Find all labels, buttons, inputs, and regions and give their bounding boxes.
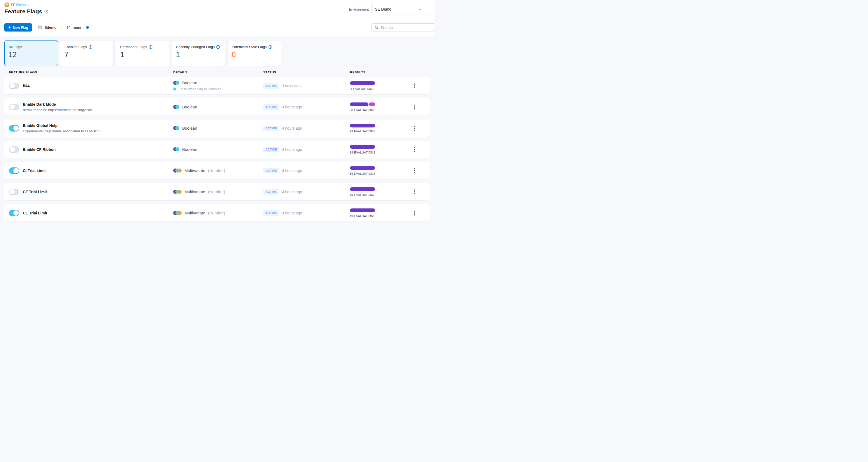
flag-name: Enable Global Help [23, 123, 173, 128]
search-icon [374, 26, 378, 30]
branch-status-dot [86, 26, 89, 29]
row-menu-button[interactable] [412, 145, 416, 154]
flag-toggle[interactable] [9, 210, 19, 216]
flag-type-icon [173, 147, 180, 152]
info-icon[interactable] [269, 45, 272, 49]
summary-card-permanent-flags[interactable]: Permanent Flags 1 [116, 40, 169, 66]
repository-name: ffdemo [45, 25, 57, 30]
table-row[interactable]: CF Trial Limit Multivariate (Number) ACT… [4, 183, 430, 200]
title-info-icon[interactable] [44, 9, 49, 13]
last-updated: 4 hours ago [282, 105, 302, 109]
evaluations-bar [350, 81, 375, 85]
evaluations-count: 19 EVALUATIONS [350, 172, 375, 175]
card-label: Permanent Flags [120, 45, 147, 49]
status-badge: ACTIVE [263, 104, 279, 110]
flag-name: CI Trial Limit [23, 168, 173, 173]
flag-type-note: (Number) [208, 190, 225, 194]
status-badge: ACTIVE [263, 168, 279, 173]
flag-type: Boolean [182, 126, 197, 130]
info-icon[interactable] [89, 45, 92, 49]
info-icon[interactable] [216, 45, 220, 49]
evaluations-count: 4 EVALUATIONS [350, 87, 374, 91]
card-value: 0 [232, 51, 277, 59]
flag-type-icon [173, 211, 182, 215]
flag-toggle[interactable] [9, 82, 19, 89]
last-updated: 4 hours ago [282, 211, 302, 215]
search-input[interactable] [381, 26, 427, 30]
summary-card-recently-changed-flags[interactable]: Recently Changed Flags 1 [172, 40, 225, 66]
git-branch-icon [66, 25, 70, 30]
breadcrumb-chevron: › [28, 3, 29, 7]
last-updated: 3 days ago [282, 84, 301, 88]
repository-selector[interactable]: ffdemo [37, 25, 57, 30]
flag-type: Multivariate [184, 168, 205, 173]
row-menu-button[interactable] [412, 209, 416, 217]
new-flag-button[interactable]: + New Flag [4, 23, 32, 32]
main-content: All Flags 12 Enabled Flags 7 Permanent F… [0, 36, 434, 222]
flag-toggle[interactable] [9, 125, 19, 132]
flag-list: ff44 Boolean False when flag is Disabled… [4, 77, 430, 222]
flag-type-icon [173, 81, 180, 85]
status-badge: ACTIVE [263, 83, 279, 89]
evaluations-count: 19 EVALUATIONS [350, 193, 375, 197]
column-header-status: STATUS [263, 71, 346, 74]
table-row[interactable]: CI Trial Limit Multivariate (Number) ACT… [4, 162, 430, 179]
page-title: Feature Flags [4, 8, 42, 15]
page-header: FF Demo › Feature Flags Environment SE D… [0, 0, 434, 19]
flag-type: Multivariate [184, 190, 205, 194]
flag-type-note: (Number) [208, 168, 225, 173]
table-row[interactable]: Enable Global Help Experimental help men… [4, 120, 430, 137]
info-icon[interactable] [149, 45, 153, 49]
toolbar: + New Flag ffdemo main [0, 19, 434, 36]
last-updated: 4 hours ago [282, 126, 302, 130]
environment-select[interactable]: SE Demo [371, 4, 434, 14]
summary-card-potentially-stale-flags[interactable]: Potentially Stale Flags 0 [227, 40, 281, 66]
evaluations-bar [350, 102, 375, 106]
flag-toggle[interactable] [9, 104, 19, 110]
last-updated: 4 hours ago [282, 190, 302, 194]
flag-type: Boolean [182, 105, 197, 109]
flag-toggle[interactable] [9, 167, 19, 174]
table-row[interactable]: ff44 Boolean False when flag is Disabled… [4, 77, 430, 94]
summary-card-all-flags[interactable]: All Flags 12 [4, 40, 58, 66]
table-row[interactable]: CE Trial Limit Multivariate (Number) ACT… [4, 204, 430, 222]
flag-name: ff44 [23, 84, 173, 88]
status-badge: ACTIVE [263, 210, 279, 216]
row-menu-button[interactable] [412, 167, 416, 175]
flag-subtext: False when flag is Disabled [178, 87, 221, 91]
flag-toggle[interactable] [9, 189, 19, 195]
table-row[interactable]: Enable CF Ribbon Boolean ACTIVE 4 hours … [4, 141, 430, 158]
evaluations-bar [350, 145, 375, 148]
repository-icon [37, 25, 42, 30]
row-menu-button[interactable] [412, 82, 416, 90]
flag-type-icon [173, 105, 180, 109]
evaluations-bar [350, 124, 375, 128]
table-header: FEATURE FLAGS DETAILS STATUS RESULTS [4, 69, 430, 77]
branch-selector[interactable]: main [66, 25, 89, 30]
breadcrumb[interactable]: FF Demo › [4, 2, 29, 7]
status-badge: ACTIVE [263, 126, 279, 131]
summary-card-enabled-flags[interactable]: Enabled Flags 7 [60, 40, 114, 66]
row-menu-button[interactable] [412, 124, 416, 132]
card-label: Potentially Stale Flags [232, 45, 267, 49]
flag-toggle[interactable] [9, 146, 19, 153]
evaluations-count: 19 EVALUATIONS [350, 130, 375, 133]
summary-cards: All Flags 12 Enabled Flags 7 Permanent F… [4, 40, 430, 66]
card-value: 7 [64, 51, 109, 59]
row-menu-button[interactable] [412, 188, 416, 196]
last-updated: 4 hours ago [282, 168, 302, 173]
plus-icon: + [8, 25, 11, 30]
flag-type: Boolean [182, 80, 197, 85]
status-badge: ACTIVE [263, 147, 279, 152]
flag-name: CE Trial Limit [23, 211, 173, 215]
flag-type: Boolean [182, 147, 197, 152]
flag-type-note: (Number) [208, 210, 225, 215]
column-header-details: DETAILS [173, 71, 263, 74]
evaluations-count: 19 EVALUATIONS [350, 214, 375, 218]
evaluations-bar [350, 187, 375, 191]
table-row[interactable]: Enable Dark Mode demo endpoint: https://… [4, 98, 430, 116]
row-menu-button[interactable] [412, 103, 416, 111]
breadcrumb-project[interactable]: FF Demo [11, 3, 26, 7]
column-header-feature-flags: FEATURE FLAGS [9, 71, 173, 74]
environment-selected-value: SE Demo [375, 7, 391, 11]
